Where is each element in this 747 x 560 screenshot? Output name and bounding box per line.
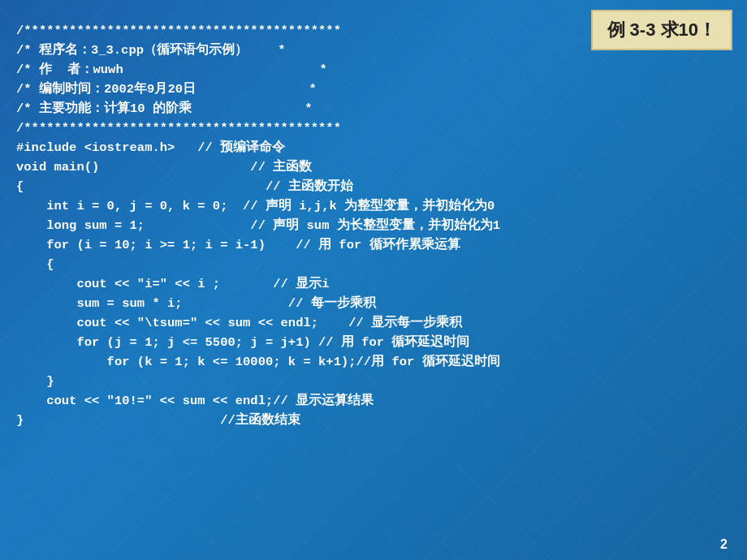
code-line: { (16, 255, 731, 274)
title-box: 例 3-3 求10！ (591, 10, 733, 50)
code-line: cout << "i=" << i ; // 显示i (16, 274, 731, 294)
code-line: } //主函数结束 (16, 411, 731, 430)
code-area: /***************************************… (16, 21, 731, 430)
code-line: cout << "10!=" << sum << endl;// 显示运算结果 (16, 391, 731, 411)
code-line: /* 主要功能：计算10 的阶乘 * (16, 99, 731, 118)
code-line: long sum = 1; // 声明 sum 为长整型变量，并初始化为1 (16, 216, 731, 235)
title-text: 例 3-3 求10！ (607, 19, 717, 40)
code-line: void main() // 主函数 (16, 157, 731, 177)
code-line: } (16, 372, 731, 391)
code-line: #include <iostream.h> // 预编译命令 (16, 138, 731, 157)
code-line: int i = 0, j = 0, k = 0; // 声明 i,j,k 为整型… (16, 196, 731, 216)
code-line: sum = sum * i; // 每一步乘积 (16, 294, 731, 313)
code-line: /***************************************… (16, 118, 731, 138)
code-line: { // 主函数开始 (16, 177, 731, 196)
slide-container: 例 3-3 求10！ /****************************… (0, 0, 747, 560)
code-line: for (k = 1; k <= 10000; k = k+1);//用 for… (16, 352, 731, 372)
code-line: /* 作 者：wuwh * (16, 60, 731, 80)
code-line: /* 编制时间：2002年9月20日 * (16, 80, 731, 99)
code-line: for (j = 1; j <= 5500; j = j+1) // 用 for… (16, 333, 731, 352)
code-line: cout << "\tsum=" << sum << endl; // 显示每一… (16, 313, 731, 333)
code-line: for (i = 10; i >= 1; i = i-1) // 用 for 循… (16, 235, 731, 255)
page-number: 2 (720, 537, 728, 552)
